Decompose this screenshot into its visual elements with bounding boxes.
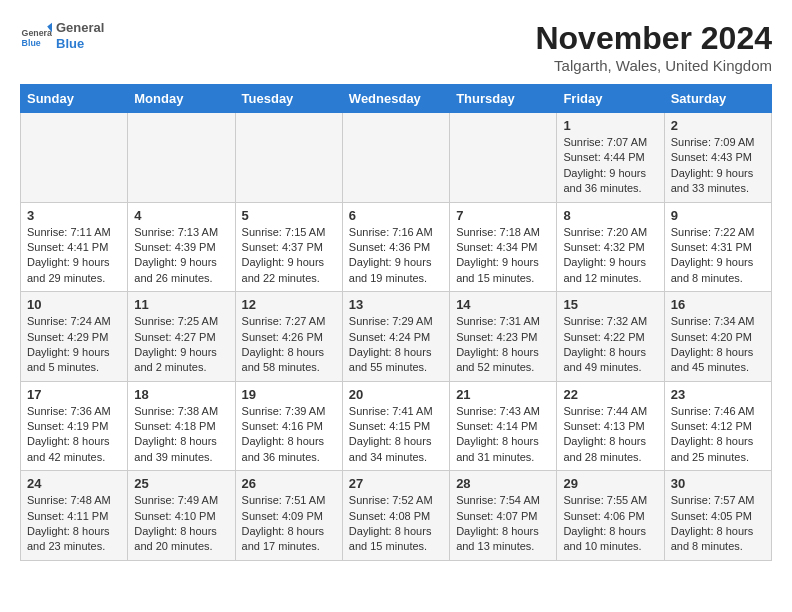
day-info: Sunrise: 7:34 AM Sunset: 4:20 PM Dayligh… [671, 314, 765, 376]
svg-text:General: General [22, 28, 52, 38]
day-number: 26 [242, 476, 336, 491]
day-info: Sunrise: 7:29 AM Sunset: 4:24 PM Dayligh… [349, 314, 443, 376]
day-info: Sunrise: 7:41 AM Sunset: 4:15 PM Dayligh… [349, 404, 443, 466]
calendar-cell: 13Sunrise: 7:29 AM Sunset: 4:24 PM Dayli… [342, 292, 449, 382]
calendar-cell: 7Sunrise: 7:18 AM Sunset: 4:34 PM Daylig… [450, 202, 557, 292]
day-info: Sunrise: 7:24 AM Sunset: 4:29 PM Dayligh… [27, 314, 121, 376]
day-info: Sunrise: 7:16 AM Sunset: 4:36 PM Dayligh… [349, 225, 443, 287]
day-info: Sunrise: 7:57 AM Sunset: 4:05 PM Dayligh… [671, 493, 765, 555]
svg-text:Blue: Blue [22, 38, 41, 48]
day-number: 7 [456, 208, 550, 223]
day-header-monday: Monday [128, 85, 235, 113]
day-number: 11 [134, 297, 228, 312]
calendar-table: SundayMondayTuesdayWednesdayThursdayFrid… [20, 84, 772, 561]
calendar-cell: 14Sunrise: 7:31 AM Sunset: 4:23 PM Dayli… [450, 292, 557, 382]
day-number: 22 [563, 387, 657, 402]
day-number: 20 [349, 387, 443, 402]
day-info: Sunrise: 7:43 AM Sunset: 4:14 PM Dayligh… [456, 404, 550, 466]
calendar-cell: 10Sunrise: 7:24 AM Sunset: 4:29 PM Dayli… [21, 292, 128, 382]
day-number: 3 [27, 208, 121, 223]
title-block: November 2024 Talgarth, Wales, United Ki… [535, 20, 772, 74]
calendar-cell: 20Sunrise: 7:41 AM Sunset: 4:15 PM Dayli… [342, 381, 449, 471]
calendar-cell: 23Sunrise: 7:46 AM Sunset: 4:12 PM Dayli… [664, 381, 771, 471]
calendar-header: SundayMondayTuesdayWednesdayThursdayFrid… [21, 85, 772, 113]
logo-blue-text: Blue [56, 36, 104, 52]
calendar-cell: 28Sunrise: 7:54 AM Sunset: 4:07 PM Dayli… [450, 471, 557, 561]
day-info: Sunrise: 7:55 AM Sunset: 4:06 PM Dayligh… [563, 493, 657, 555]
day-info: Sunrise: 7:15 AM Sunset: 4:37 PM Dayligh… [242, 225, 336, 287]
day-info: Sunrise: 7:36 AM Sunset: 4:19 PM Dayligh… [27, 404, 121, 466]
calendar-cell: 8Sunrise: 7:20 AM Sunset: 4:32 PM Daylig… [557, 202, 664, 292]
month-year: November 2024 [535, 20, 772, 57]
calendar-cell: 22Sunrise: 7:44 AM Sunset: 4:13 PM Dayli… [557, 381, 664, 471]
day-info: Sunrise: 7:52 AM Sunset: 4:08 PM Dayligh… [349, 493, 443, 555]
day-header-sunday: Sunday [21, 85, 128, 113]
day-number: 16 [671, 297, 765, 312]
day-header-thursday: Thursday [450, 85, 557, 113]
calendar-cell: 25Sunrise: 7:49 AM Sunset: 4:10 PM Dayli… [128, 471, 235, 561]
day-info: Sunrise: 7:51 AM Sunset: 4:09 PM Dayligh… [242, 493, 336, 555]
day-number: 30 [671, 476, 765, 491]
day-number: 23 [671, 387, 765, 402]
day-number: 15 [563, 297, 657, 312]
calendar-cell [21, 113, 128, 203]
logo-icon: General Blue [20, 20, 52, 52]
day-number: 4 [134, 208, 228, 223]
day-info: Sunrise: 7:11 AM Sunset: 4:41 PM Dayligh… [27, 225, 121, 287]
calendar-cell: 26Sunrise: 7:51 AM Sunset: 4:09 PM Dayli… [235, 471, 342, 561]
day-number: 13 [349, 297, 443, 312]
calendar-cell: 29Sunrise: 7:55 AM Sunset: 4:06 PM Dayli… [557, 471, 664, 561]
day-number: 12 [242, 297, 336, 312]
calendar-cell [342, 113, 449, 203]
day-number: 18 [134, 387, 228, 402]
calendar-cell: 19Sunrise: 7:39 AM Sunset: 4:16 PM Dayli… [235, 381, 342, 471]
calendar-cell: 30Sunrise: 7:57 AM Sunset: 4:05 PM Dayli… [664, 471, 771, 561]
day-info: Sunrise: 7:46 AM Sunset: 4:12 PM Dayligh… [671, 404, 765, 466]
calendar-cell: 27Sunrise: 7:52 AM Sunset: 4:08 PM Dayli… [342, 471, 449, 561]
day-info: Sunrise: 7:39 AM Sunset: 4:16 PM Dayligh… [242, 404, 336, 466]
day-info: Sunrise: 7:38 AM Sunset: 4:18 PM Dayligh… [134, 404, 228, 466]
day-number: 8 [563, 208, 657, 223]
calendar-cell: 2Sunrise: 7:09 AM Sunset: 4:43 PM Daylig… [664, 113, 771, 203]
day-number: 24 [27, 476, 121, 491]
calendar-cell: 11Sunrise: 7:25 AM Sunset: 4:27 PM Dayli… [128, 292, 235, 382]
day-number: 9 [671, 208, 765, 223]
logo-general-text: General [56, 20, 104, 36]
calendar-cell: 12Sunrise: 7:27 AM Sunset: 4:26 PM Dayli… [235, 292, 342, 382]
day-number: 6 [349, 208, 443, 223]
day-info: Sunrise: 7:48 AM Sunset: 4:11 PM Dayligh… [27, 493, 121, 555]
day-info: Sunrise: 7:07 AM Sunset: 4:44 PM Dayligh… [563, 135, 657, 197]
calendar-cell [450, 113, 557, 203]
day-info: Sunrise: 7:44 AM Sunset: 4:13 PM Dayligh… [563, 404, 657, 466]
day-number: 25 [134, 476, 228, 491]
day-header-wednesday: Wednesday [342, 85, 449, 113]
day-number: 2 [671, 118, 765, 133]
calendar-body: 1Sunrise: 7:07 AM Sunset: 4:44 PM Daylig… [21, 113, 772, 561]
day-number: 19 [242, 387, 336, 402]
day-number: 1 [563, 118, 657, 133]
calendar-cell [128, 113, 235, 203]
day-info: Sunrise: 7:32 AM Sunset: 4:22 PM Dayligh… [563, 314, 657, 376]
day-info: Sunrise: 7:20 AM Sunset: 4:32 PM Dayligh… [563, 225, 657, 287]
logo: General Blue General Blue [20, 20, 104, 52]
calendar-cell: 6Sunrise: 7:16 AM Sunset: 4:36 PM Daylig… [342, 202, 449, 292]
calendar-cell: 21Sunrise: 7:43 AM Sunset: 4:14 PM Dayli… [450, 381, 557, 471]
calendar-cell [235, 113, 342, 203]
day-number: 29 [563, 476, 657, 491]
calendar-cell: 5Sunrise: 7:15 AM Sunset: 4:37 PM Daylig… [235, 202, 342, 292]
day-number: 17 [27, 387, 121, 402]
day-info: Sunrise: 7:25 AM Sunset: 4:27 PM Dayligh… [134, 314, 228, 376]
calendar-cell: 3Sunrise: 7:11 AM Sunset: 4:41 PM Daylig… [21, 202, 128, 292]
day-number: 21 [456, 387, 550, 402]
day-number: 14 [456, 297, 550, 312]
calendar-cell: 9Sunrise: 7:22 AM Sunset: 4:31 PM Daylig… [664, 202, 771, 292]
day-info: Sunrise: 7:22 AM Sunset: 4:31 PM Dayligh… [671, 225, 765, 287]
page-header: General Blue General Blue November 2024 … [20, 20, 772, 74]
location: Talgarth, Wales, United Kingdom [535, 57, 772, 74]
day-info: Sunrise: 7:18 AM Sunset: 4:34 PM Dayligh… [456, 225, 550, 287]
calendar-cell: 4Sunrise: 7:13 AM Sunset: 4:39 PM Daylig… [128, 202, 235, 292]
day-header-tuesday: Tuesday [235, 85, 342, 113]
day-info: Sunrise: 7:31 AM Sunset: 4:23 PM Dayligh… [456, 314, 550, 376]
day-info: Sunrise: 7:13 AM Sunset: 4:39 PM Dayligh… [134, 225, 228, 287]
day-info: Sunrise: 7:49 AM Sunset: 4:10 PM Dayligh… [134, 493, 228, 555]
